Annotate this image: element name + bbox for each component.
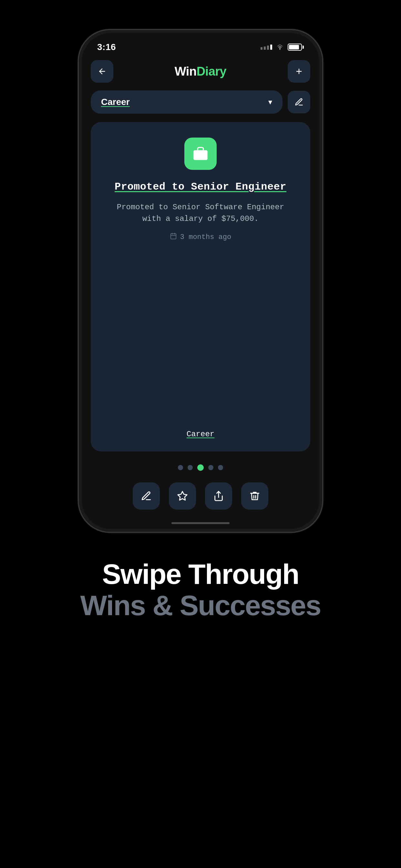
- card-description: Promoted to Senior Software Engineer wit…: [106, 202, 295, 225]
- card-timestamp: 3 months ago: [170, 232, 231, 242]
- share-button[interactable]: [205, 483, 232, 509]
- add-button[interactable]: [288, 60, 310, 83]
- wifi-icon: [275, 44, 284, 51]
- home-bar: [172, 522, 229, 524]
- svg-marker-7: [178, 492, 187, 500]
- favorite-button[interactable]: [169, 483, 196, 509]
- briefcase-icon: [192, 145, 209, 162]
- battery-icon: [288, 43, 304, 51]
- edit-category-button[interactable]: [288, 91, 310, 113]
- phone-screen: 3:16: [82, 33, 319, 529]
- status-icons: [260, 43, 304, 51]
- card-title: Promoted to Senior Engineer: [115, 180, 286, 194]
- app-title: WinDiary: [175, 65, 226, 79]
- card-area: Promoted to Senior Engineer Promoted to …: [82, 117, 319, 457]
- delete-button[interactable]: [241, 483, 268, 509]
- edit-button[interactable]: [133, 483, 160, 509]
- category-row: Career ▾: [82, 87, 319, 117]
- bottom-text: Swipe Through Wins & Successes: [55, 559, 347, 621]
- svg-point-0: [280, 49, 281, 50]
- pagination-dots: [82, 457, 319, 477]
- status-bar: 3:16: [82, 33, 319, 56]
- pagination-dot-1: [178, 465, 183, 470]
- page-wrapper: 3:16: [0, 0, 401, 868]
- pagination-dot-2: [188, 465, 193, 470]
- card-icon-wrapper: [184, 137, 217, 170]
- pagination-dot-4: [208, 465, 213, 470]
- pagination-dot-3: [197, 464, 204, 471]
- action-bar: [82, 477, 319, 517]
- home-indicator: [82, 517, 319, 529]
- category-label: Career: [101, 97, 130, 107]
- card-category-tag: Career: [187, 430, 214, 438]
- bottom-title: Swipe Through: [81, 559, 321, 590]
- signal-icon: [260, 44, 272, 50]
- back-button[interactable]: [91, 60, 113, 83]
- category-dropdown[interactable]: Career ▾: [91, 90, 282, 114]
- pagination-dot-5: [218, 465, 223, 470]
- phone-shell: 3:16: [78, 29, 323, 533]
- svg-rect-3: [171, 234, 176, 239]
- bottom-subtitle: Wins & Successes: [81, 590, 321, 621]
- status-time: 3:16: [97, 42, 116, 52]
- chevron-down-icon: ▾: [268, 97, 272, 106]
- calendar-icon: [170, 232, 177, 242]
- win-card: Promoted to Senior Engineer Promoted to …: [91, 122, 310, 452]
- app-header: WinDiary: [82, 56, 319, 87]
- timestamp-text: 3 months ago: [180, 233, 231, 241]
